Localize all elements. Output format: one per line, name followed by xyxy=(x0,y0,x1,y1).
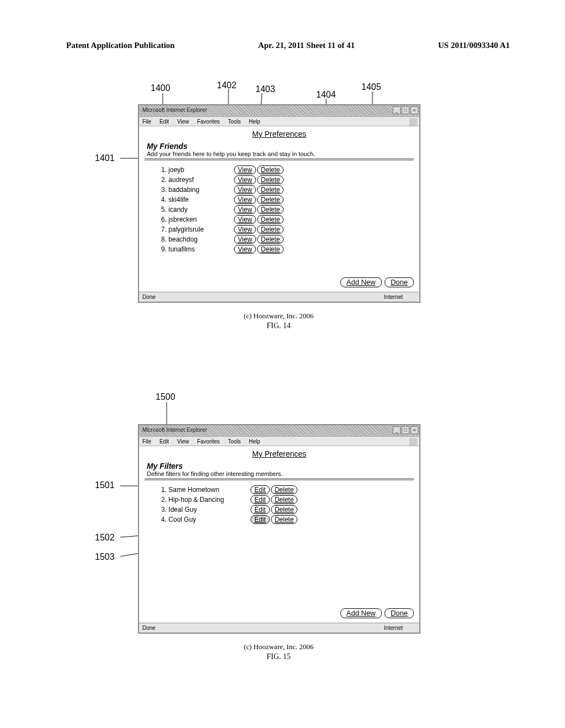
done-button[interactable]: Done xyxy=(385,608,414,618)
filter-label: 4. Cool Guy xyxy=(161,516,249,523)
view-button[interactable]: View xyxy=(234,215,256,224)
delete-button[interactable]: Delete xyxy=(257,225,284,234)
callout-1502: 1502 xyxy=(95,533,115,543)
delete-button[interactable]: Delete xyxy=(271,505,298,514)
delete-button[interactable]: Delete xyxy=(257,185,284,194)
divider xyxy=(145,478,414,480)
filters-list: 1. Same HometownEditDelete 2. Hip-hop & … xyxy=(161,485,414,524)
page-title: My Preferences xyxy=(145,130,414,138)
view-button[interactable]: View xyxy=(234,165,256,174)
close-icon[interactable]: × xyxy=(411,426,418,434)
view-button[interactable]: View xyxy=(234,205,256,214)
figure-14: 1400 1401 1402 1403 1404 1405 Microsoft … xyxy=(66,78,510,354)
delete-button[interactable]: Delete xyxy=(257,175,284,184)
friend-label: 2. audreysf xyxy=(161,176,233,184)
friend-label: 7. palygirlsrule xyxy=(161,226,233,233)
view-button[interactable]: View xyxy=(234,235,256,244)
list-item: 6. jsbreckenViewDelete xyxy=(161,215,414,224)
friend-label: 1. joeyb xyxy=(161,166,233,174)
edit-button[interactable]: Edit xyxy=(250,505,270,514)
delete-button[interactable]: Delete xyxy=(257,205,284,214)
list-item: 2. Hip-hop & DancingEditDelete xyxy=(161,495,414,505)
menu-help[interactable]: Help xyxy=(249,438,260,445)
status-text: Done xyxy=(142,294,156,300)
done-button[interactable]: Done xyxy=(385,277,414,287)
callout-1403: 1403 xyxy=(255,84,275,94)
view-button[interactable]: View xyxy=(234,185,256,194)
throbber-icon xyxy=(409,438,417,446)
status-text: Done xyxy=(142,625,156,631)
throbber-icon xyxy=(409,118,417,126)
menu-view[interactable]: View xyxy=(177,438,189,445)
list-item: 1. joeybViewDelete xyxy=(161,165,414,175)
menubar: File Edit View Favorites Tools Help xyxy=(139,116,419,126)
delete-button[interactable]: Delete xyxy=(257,215,284,224)
list-item: 7. palygirlsruleViewDelete xyxy=(161,224,414,234)
statusbar: Done Internet xyxy=(139,292,419,302)
menu-file[interactable]: File xyxy=(142,119,151,125)
maximize-icon[interactable]: □ xyxy=(402,106,409,114)
friend-label: 8. beachdog xyxy=(161,235,233,243)
copyright-caption: (c) Hoozware, Inc. 2006 xyxy=(66,643,491,651)
menu-edit[interactable]: Edit xyxy=(159,119,169,125)
add-new-button[interactable]: Add New xyxy=(340,608,382,618)
status-zone: Internet xyxy=(384,294,403,300)
minimize-icon[interactable]: _ xyxy=(393,106,401,114)
callout-1503: 1503 xyxy=(95,552,115,562)
view-button[interactable]: View xyxy=(234,195,256,204)
list-item: 8. beachdogViewDelete xyxy=(161,234,414,244)
content-area: My Preferences My Filters Define filters… xyxy=(139,446,419,623)
delete-button[interactable]: Delete xyxy=(257,245,284,254)
friend-label: 5. icandy xyxy=(161,206,233,213)
list-item: 9. tunafilmsViewDelete xyxy=(161,244,414,254)
delete-button[interactable]: Delete xyxy=(271,485,298,494)
header-left: Patent Application Publication xyxy=(66,41,175,50)
delete-button[interactable]: Delete xyxy=(271,495,298,504)
divider xyxy=(145,158,414,160)
menu-favorites[interactable]: Favorites xyxy=(197,438,220,445)
figure-label: FIG. 15 xyxy=(66,652,491,661)
edit-button[interactable]: Edit xyxy=(250,485,270,494)
view-button[interactable]: View xyxy=(234,225,256,234)
menu-favorites[interactable]: Favorites xyxy=(197,119,220,125)
edit-button[interactable]: Edit xyxy=(250,515,270,524)
menu-tools[interactable]: Tools xyxy=(228,119,241,125)
callout-1500: 1500 xyxy=(156,392,175,402)
delete-button[interactable]: Delete xyxy=(257,195,284,204)
minimize-icon[interactable]: _ xyxy=(393,426,401,434)
delete-button[interactable]: Delete xyxy=(257,165,284,174)
figure-15: 1500 1501 1502 1503 Microsoft Internet E… xyxy=(66,392,510,679)
menu-help[interactable]: Help xyxy=(249,119,260,125)
menu-tools[interactable]: Tools xyxy=(228,438,241,445)
header-mid: Apr. 21, 2011 Sheet 11 of 41 xyxy=(258,41,355,50)
close-icon[interactable]: × xyxy=(411,106,418,114)
titlebar-text: Microsoft Internet Explorer xyxy=(142,107,207,113)
delete-button[interactable]: Delete xyxy=(257,235,284,244)
list-item: 2. audreysfViewDelete xyxy=(161,175,414,185)
callout-1401: 1401 xyxy=(95,153,115,163)
browser-window: Microsoft Internet Explorer _ □ × File E… xyxy=(138,104,420,303)
titlebar-text: Microsoft Internet Explorer xyxy=(142,427,207,433)
menu-view[interactable]: View xyxy=(177,119,189,125)
view-button[interactable]: View xyxy=(234,245,256,254)
list-item: 4. ski4lifeViewDelete xyxy=(161,195,414,205)
section-subtitle: Add your friends here to help you keep t… xyxy=(147,151,414,157)
section-title: My Filters xyxy=(147,462,414,470)
edit-button[interactable]: Edit xyxy=(250,495,270,504)
statusbar: Done Internet xyxy=(139,623,419,633)
add-new-button[interactable]: Add New xyxy=(340,277,382,287)
page-header: Patent Application Publication Apr. 21, … xyxy=(66,41,510,50)
maximize-icon[interactable]: □ xyxy=(402,426,409,434)
delete-button[interactable]: Delete xyxy=(271,515,298,524)
callout-1400: 1400 xyxy=(151,83,170,93)
menu-edit[interactable]: Edit xyxy=(159,438,169,445)
header-right: US 2011/0093340 A1 xyxy=(438,41,510,50)
page-title: My Preferences xyxy=(145,449,414,458)
callout-1501: 1501 xyxy=(95,480,115,490)
menu-file[interactable]: File xyxy=(142,438,151,445)
menubar: File Edit View Favorites Tools Help xyxy=(139,436,419,446)
copyright-caption: (c) Hoozware, Inc. 2006 xyxy=(66,312,491,320)
view-button[interactable]: View xyxy=(234,175,256,184)
filter-label: 1. Same Hometown xyxy=(161,486,249,494)
titlebar: Microsoft Internet Explorer _ □ × xyxy=(139,425,419,436)
